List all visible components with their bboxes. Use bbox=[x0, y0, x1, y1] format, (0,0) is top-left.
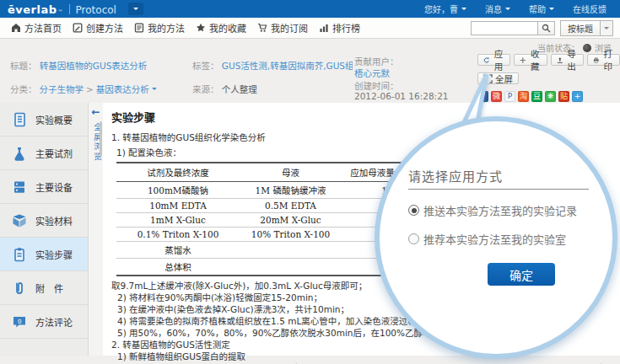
export-button[interactable]: 导出 bbox=[551, 54, 584, 66]
category-level1-link[interactable]: 分子生物学 bbox=[40, 83, 84, 95]
share-tieba-icon[interactable]: 贴 bbox=[558, 91, 569, 102]
bar-chart-icon bbox=[319, 23, 329, 33]
sidebar-item-reagents[interactable]: 主要试剂 bbox=[0, 136, 88, 170]
document-icon bbox=[134, 23, 144, 33]
export-icon bbox=[557, 56, 563, 65]
user-menu[interactable]: 您好，曹 bbox=[424, 3, 466, 15]
help-menu[interactable]: 帮助 bbox=[529, 3, 554, 15]
print-button[interactable]: 打印 bbox=[587, 54, 620, 66]
table-header: 母液 bbox=[240, 163, 342, 182]
share-more-icon[interactable]: + bbox=[572, 91, 583, 102]
home-icon bbox=[11, 23, 21, 33]
apply-button[interactable]: 应用 bbox=[477, 54, 510, 66]
paperclip-icon bbox=[11, 280, 28, 297]
greeting-label: 您好，曹 bbox=[424, 3, 458, 15]
tags-links[interactable]: GUS活性测,转基因拟南芥,GUS组织化.. bbox=[222, 61, 353, 71]
confirm-button[interactable]: 确定 bbox=[488, 263, 555, 286]
chevron-down-icon bbox=[505, 8, 510, 13]
share-pengyou-icon[interactable]: P bbox=[504, 91, 515, 102]
top-navigation-bar: ēverlab ™ Protocol 您好，曹 消息 帮助 在线反馈 bbox=[0, 0, 620, 18]
search-filter-value: 按标题 bbox=[561, 22, 600, 35]
chevron-down-icon bbox=[461, 8, 466, 13]
chevron-down-icon[interactable] bbox=[152, 88, 157, 93]
protocol-meta-panel: 标题： 转基因植物的GUS表达分析 分类： 分子生物学 > 基因表达分析 标签：… bbox=[0, 51, 620, 103]
apply-arrow-icon bbox=[483, 56, 490, 65]
feedback-label: 在线反馈 bbox=[573, 3, 607, 15]
chevron-down-icon[interactable] bbox=[600, 21, 612, 35]
contributor-label: 贡献用户： bbox=[354, 55, 399, 67]
table-header: 试剂及最终浓度 bbox=[116, 163, 240, 182]
sidebar-item-overview[interactable]: 实验概要 bbox=[0, 103, 88, 136]
add-favorite-icon bbox=[520, 56, 526, 65]
messages-menu[interactable]: 消息 bbox=[485, 3, 510, 15]
share-weibo-icon[interactable]: 微 bbox=[491, 91, 502, 102]
help-label: 帮助 bbox=[529, 3, 546, 15]
share-douban-icon[interactable]: 豆 bbox=[531, 91, 542, 102]
action-buttons-row: 应用 收藏 导出 打印 bbox=[477, 54, 620, 66]
scrollbar-thumb[interactable] bbox=[100, 121, 102, 157]
chevron-down-icon bbox=[549, 8, 554, 13]
created-label: 创建时间： bbox=[354, 79, 399, 92]
protocol-tags-row: 标签： GUS活性测,转基因拟南芥,GUS组织化.. bbox=[192, 59, 353, 72]
star-icon bbox=[196, 23, 206, 33]
topbar-user-menu-group: 您好，曹 消息 帮助 在线反馈 bbox=[424, 3, 620, 15]
messages-label: 消息 bbox=[485, 3, 502, 15]
document-icon bbox=[11, 111, 28, 128]
steps-heading: 实验步骤 bbox=[111, 109, 620, 125]
trademark-symbol: ™ bbox=[58, 8, 63, 14]
option-label: 推荐本实验方法至我的实验室 bbox=[423, 231, 566, 247]
procedure-line: 1) 新鲜植物组织GUS蛋白的提取 bbox=[111, 351, 620, 362]
nav-my-subscriptions[interactable]: 我的订阅 bbox=[257, 21, 308, 35]
everlab-logo[interactable]: ēverlab ™ Protocol bbox=[8, 3, 116, 16]
fullscreen-button-row: 全屏 bbox=[477, 72, 519, 85]
collapse-strip: ← 全屏浏览 bbox=[89, 103, 103, 356]
search-filter-select[interactable]: 按标题 bbox=[560, 20, 613, 36]
nav-my-favorites[interactable]: 我的收藏 bbox=[196, 21, 246, 35]
nav-my-methods[interactable]: 我的方法 bbox=[134, 21, 185, 35]
protocol-title-link[interactable]: 转基因植物的GUS表达分析 bbox=[40, 61, 148, 71]
sidebar-item-equipment[interactable]: 主要设备 bbox=[0, 170, 88, 204]
nav-ranking[interactable]: 排行榜 bbox=[319, 21, 360, 35]
radio-unselected-icon[interactable] bbox=[408, 233, 419, 244]
product-name: Protocol bbox=[76, 4, 116, 16]
protocol-category-row: 分类： 分子生物学 > 基因表达分析 bbox=[10, 83, 157, 95]
sidebar-item-comments[interactable]: 0 方法评论 bbox=[0, 305, 88, 339]
section-sidebar: 实验概要 主要试剂 主要设备 实验材料 bbox=[0, 103, 89, 356]
radio-selected-icon[interactable] bbox=[408, 205, 419, 216]
fullscreen-button[interactable]: 全屏 bbox=[477, 72, 519, 84]
nav-method-home[interactable]: 方法首页 bbox=[11, 21, 62, 35]
chevron-down-icon bbox=[133, 8, 138, 13]
category-level2-link[interactable]: 基因表达分析 bbox=[96, 83, 149, 95]
equipment-icon bbox=[11, 179, 28, 195]
option-recommend-to-lab[interactable]: 推荐本实验方法至我的实验室 bbox=[408, 231, 566, 247]
sidebar-item-steps[interactable]: 实验步骤 bbox=[0, 238, 88, 271]
popup-divider bbox=[408, 189, 589, 190]
edit-icon bbox=[73, 23, 83, 33]
flask-icon bbox=[11, 145, 28, 162]
contributor-link[interactable]: 梧心元默 bbox=[354, 67, 390, 79]
collapse-arrow-icon[interactable]: ← bbox=[89, 106, 103, 118]
search-input[interactable] bbox=[471, 21, 538, 35]
printer-icon bbox=[593, 56, 600, 65]
favorite-button[interactable]: 收藏 bbox=[514, 54, 547, 66]
cart-icon bbox=[257, 23, 267, 33]
search-area: 按标题 bbox=[471, 20, 620, 36]
share-kaixin-icon[interactable]: ❋ bbox=[545, 91, 556, 102]
main-nav-bar: 方法首页 创建方法 我的方法 我的收藏 我的订阅 排行榜 按标题 bbox=[0, 18, 620, 39]
nav-create-method[interactable]: 创建方法 bbox=[73, 21, 123, 35]
source-value: 个人整理 bbox=[222, 84, 257, 94]
option-push-to-records[interactable]: 推送本实验方法至我的实验记录 bbox=[408, 202, 577, 218]
search-button[interactable] bbox=[538, 21, 555, 35]
created-value: 2012-06-01 16:28:21 bbox=[354, 91, 449, 101]
product-switcher-dropdown[interactable] bbox=[128, 3, 143, 15]
protocol-title-row: 标题： 转基因植物的GUS表达分析 bbox=[10, 59, 147, 72]
logo-text: ēverlab bbox=[8, 3, 57, 16]
feedback-link[interactable]: 在线反馈 bbox=[573, 3, 607, 15]
sidebar-item-materials[interactable]: 实验材料 bbox=[0, 204, 88, 238]
share-taobao-icon[interactable]: 淘 bbox=[518, 91, 529, 102]
clipboard-icon bbox=[11, 246, 28, 263]
share-renren-icon[interactable]: f bbox=[477, 91, 488, 102]
svg-text:0: 0 bbox=[18, 318, 21, 324]
sidebar-item-attachments[interactable]: 附 件 bbox=[0, 271, 88, 305]
comment-bubble-icon: 0 bbox=[11, 313, 28, 330]
